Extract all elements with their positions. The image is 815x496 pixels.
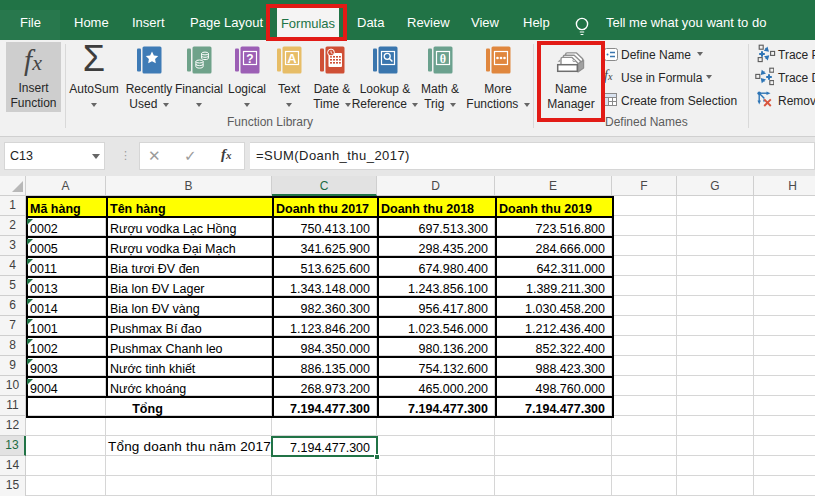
svg-text:θ: θ (440, 52, 446, 66)
svg-text:A: A (287, 51, 297, 66)
svg-text:?: ? (246, 52, 253, 66)
